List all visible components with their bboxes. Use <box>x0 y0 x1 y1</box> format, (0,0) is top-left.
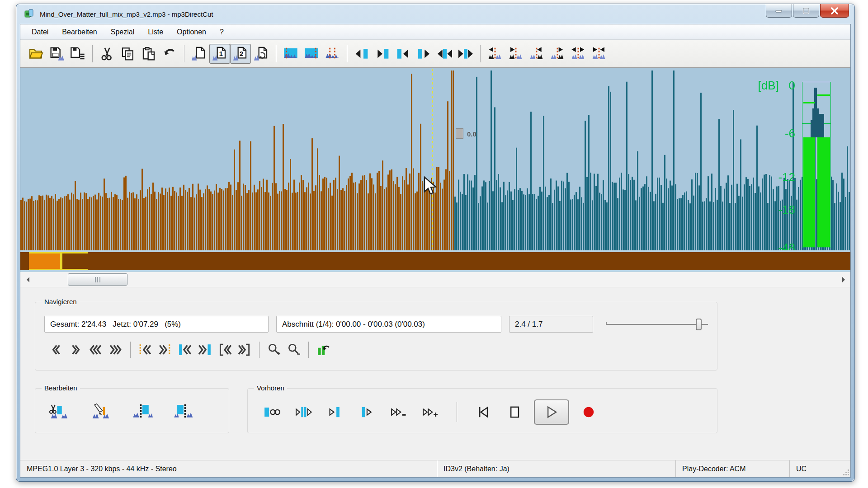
horizontal-scrollbar[interactable] <box>20 272 850 287</box>
toolbar-move-end-left-button[interactable] <box>393 44 414 64</box>
toolbar-wave-shift-right-button[interactable] <box>505 44 526 64</box>
maximize-button[interactable] <box>793 4 819 18</box>
nav-separator <box>259 342 259 358</box>
scroll-right-button[interactable] <box>840 275 848 284</box>
toolbar-move-both-left-button[interactable] <box>434 44 455 64</box>
toolbar-copy-button[interactable] <box>118 44 138 64</box>
toolbar-cut-button[interactable] <box>97 44 118 64</box>
menu-item-datei[interactable]: Datei <box>25 26 55 38</box>
preview-stop-button[interactable] <box>502 402 527 422</box>
toolbar-wave-pull-right-button[interactable] <box>547 44 568 64</box>
position-view-frame <box>29 252 88 270</box>
toolbar-select-to-end-button[interactable] <box>301 44 322 64</box>
loop-icon <box>264 404 281 421</box>
nav-selstart-back-button[interactable] <box>175 341 195 358</box>
menu-item--[interactable]: ? <box>213 26 231 38</box>
menu-item-optionen[interactable]: Optionen <box>170 26 213 38</box>
preview-loop-button[interactable] <box>260 402 285 422</box>
toolbar-wave-shift-left-button[interactable] <box>485 44 505 64</box>
toolbar-page-wave-refresh-button[interactable] <box>251 44 272 64</box>
toolbar-save-list-button[interactable] <box>67 44 88 64</box>
preview-ff-minus-button[interactable] <box>387 402 411 422</box>
waveform-canvas[interactable] <box>20 68 850 250</box>
cut-selection-icon <box>49 401 70 422</box>
toolbar-wave-pull-left-button[interactable] <box>526 44 547 64</box>
preview-play-button[interactable] <box>534 399 569 425</box>
position-bar[interactable] <box>20 252 850 270</box>
nav-frame-back-button[interactable] <box>215 341 235 358</box>
menu-item-bearbeiten[interactable]: Bearbeiten <box>55 26 104 38</box>
trim-after-icon <box>174 401 194 422</box>
svg-text:2: 2 <box>240 50 243 57</box>
edit-trim-before-button[interactable] <box>130 401 155 422</box>
position-cursor[interactable] <box>60 252 62 270</box>
toolbar-separator <box>184 45 184 62</box>
preview-play-to-cut-button[interactable] <box>324 402 348 422</box>
scrollbar-thumb[interactable] <box>68 273 127 286</box>
toolbar-paste-button[interactable] <box>138 44 159 64</box>
time-info-field[interactable]: Gesamt: 2'24.43 Jetzt: 0'07.29 (5%) <box>44 316 269 333</box>
nav-jump-forward-button[interactable] <box>106 341 126 358</box>
copy-icon <box>121 47 135 61</box>
nav-zoom-in-button[interactable] <box>264 341 284 358</box>
menu-item-liste[interactable]: Liste <box>141 26 170 38</box>
nav-cue-back-button[interactable] <box>135 341 155 358</box>
nav-jump-back-button[interactable] <box>86 341 106 358</box>
gain-marker[interactable] <box>456 128 463 139</box>
edit-cut-selection-button[interactable] <box>47 401 71 422</box>
preview-play-skip-play-button[interactable] <box>292 402 316 422</box>
speed-slider[interactable] <box>606 318 708 331</box>
step-forward-icon <box>69 343 83 357</box>
nav-frame-forward-button[interactable] <box>235 341 255 358</box>
wave-shift-left-icon <box>488 47 502 61</box>
nav-zoom-reset-button[interactable] <box>313 341 333 358</box>
toolbar-save-audio-button[interactable] <box>47 44 67 64</box>
move-end-right-icon <box>417 47 431 61</box>
scroll-left-icon <box>26 277 30 283</box>
record-icon <box>580 404 597 421</box>
toolbar-undo-button[interactable] <box>159 44 180 64</box>
nav-step-back-button[interactable] <box>46 341 66 358</box>
minimize-button[interactable] <box>766 4 792 18</box>
preview-play-from-cut-button[interactable] <box>355 402 380 422</box>
select-to-end-icon <box>304 47 319 61</box>
ff-minus-icon <box>391 404 408 421</box>
nav-cue-forward-button[interactable] <box>155 341 175 358</box>
preview-group-label: Vorhören <box>254 384 287 392</box>
toolbar-select-region-button[interactable] <box>280 44 301 64</box>
move-start-right-icon <box>375 47 390 61</box>
nav-selend-forward-button[interactable] <box>195 341 215 358</box>
nav-zoom-out-button[interactable] <box>284 341 304 358</box>
nav-step-forward-button[interactable] <box>66 341 86 358</box>
titlebar[interactable]: Mind_Over_Matter_full_mix_mp3_v2.mp3 - m… <box>16 4 854 24</box>
db-meter-frame <box>802 82 831 248</box>
edit-trim-after-button[interactable] <box>172 401 196 422</box>
toolbar-page-wave-1-button[interactable]: 1 <box>209 44 230 64</box>
toolbar-wave-spread-in-button[interactable] <box>589 44 609 64</box>
toolbar-page-wave-button[interactable] <box>189 44 209 64</box>
edit-groupbox: Bearbeiten <box>35 388 229 433</box>
toolbar-page-wave-2-button[interactable]: 2 <box>230 44 251 64</box>
toolbar-move-end-right-button[interactable] <box>414 44 434 64</box>
slider-track <box>606 324 708 325</box>
toolbar-move-start-right-button[interactable] <box>372 44 393 64</box>
toolbar-move-start-left-button[interactable] <box>351 44 372 64</box>
resize-grip[interactable] <box>842 469 849 476</box>
toolbar-open-folder-button[interactable] <box>26 44 47 64</box>
db-tick-label: -6 <box>785 127 795 141</box>
scroll-left-button[interactable] <box>24 275 32 284</box>
menu-item-spezial[interactable]: Spezial <box>104 26 141 38</box>
toolbar-wave-spread-out-button[interactable] <box>568 44 589 64</box>
edit-group-label: Bearbeiten <box>42 384 80 392</box>
slider-thumb[interactable] <box>696 319 702 330</box>
toolbar-move-both-right-button[interactable] <box>455 44 476 64</box>
toolbar-select-markers-button[interactable] <box>322 44 343 64</box>
toolbar-separator <box>92 45 93 62</box>
preview-ff-plus-button[interactable] <box>419 402 443 422</box>
preview-record-button[interactable] <box>576 402 601 422</box>
stop-icon <box>506 404 523 421</box>
close-button[interactable] <box>820 4 849 18</box>
section-info-field[interactable]: Abschnitt (1/4): 0'00.00 - 0'00.03 (0'00… <box>276 316 501 333</box>
edit-edit-mark-button[interactable] <box>89 401 113 422</box>
preview-skip-start-button[interactable] <box>471 402 495 422</box>
